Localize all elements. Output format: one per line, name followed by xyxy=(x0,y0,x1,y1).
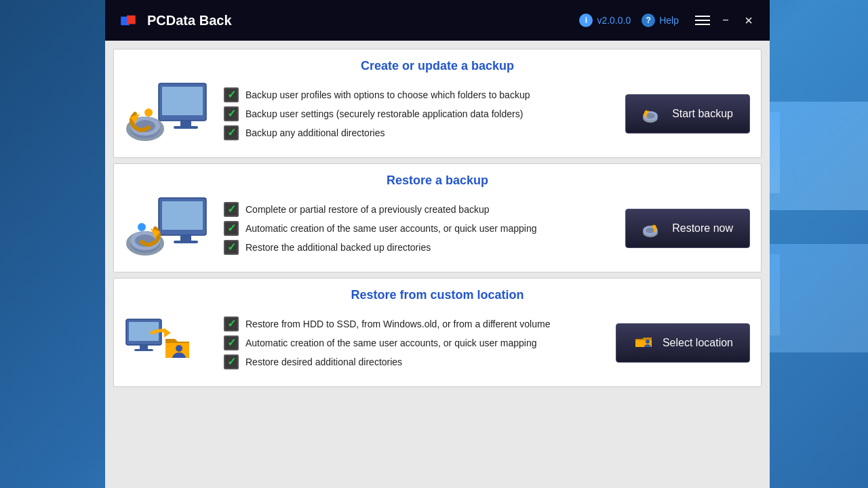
feature-text-7: Restore from HDD to SSD, from Windows.ol… xyxy=(245,319,550,329)
checkbox-1 xyxy=(224,87,239,102)
create-backup-body: Backup user profiles with options to cho… xyxy=(125,80,750,148)
restore-now-button[interactable]: Restore now xyxy=(625,209,750,248)
feature-item: Restore the additional backed up directo… xyxy=(224,240,614,255)
restore-now-btn-icon xyxy=(642,218,664,239)
feature-text-3: Backup any additional directories xyxy=(245,127,384,138)
help-icon: ? xyxy=(642,14,655,27)
restore-custom-title: Restore from custom location xyxy=(125,288,750,302)
start-backup-btn-icon xyxy=(642,103,664,125)
checkbox-4 xyxy=(224,202,239,217)
feature-item: Restore desired additional directories xyxy=(224,354,605,369)
custom-restore-computer-icon xyxy=(125,309,213,377)
app-logo-icon xyxy=(116,8,140,33)
info-icon: i xyxy=(579,14,593,27)
custom-restore-icon xyxy=(125,309,213,377)
svg-rect-2 xyxy=(180,121,191,126)
create-backup-features: Backup user profiles with options to cho… xyxy=(224,87,614,140)
feature-text-8: Automatic creation of the same user acco… xyxy=(245,338,537,348)
restore-custom-body: Restore from HDD to SSD, from Windows.ol… xyxy=(125,309,750,377)
select-location-btn-icon xyxy=(633,332,654,354)
select-location-button[interactable]: Select location xyxy=(616,323,750,363)
restore-backup-title: Restore a backup xyxy=(125,174,750,188)
minimize-button[interactable]: − xyxy=(715,10,736,30)
svg-rect-15 xyxy=(162,201,203,230)
restore-custom-section: Restore from custom location xyxy=(113,278,762,387)
feature-text-9: Restore desired additional directories xyxy=(245,357,402,367)
create-backup-title: Create or update a backup xyxy=(125,59,750,73)
restore-backup-body: Complete or partial restore of a previou… xyxy=(125,195,750,262)
start-backup-label: Start backup xyxy=(672,108,733,120)
version-text: v2.0.0.0 xyxy=(597,15,631,26)
checkbox-8 xyxy=(224,336,239,350)
help-link[interactable]: ? Help xyxy=(642,14,679,27)
backup-computer-icon xyxy=(125,80,213,148)
feature-item: Restore from HDD to SSD, from Windows.ol… xyxy=(224,317,605,331)
create-backup-action: Start backup xyxy=(625,94,750,134)
backup-icon xyxy=(125,80,213,148)
svg-rect-3 xyxy=(174,126,198,129)
svg-rect-30 xyxy=(140,345,148,349)
svg-rect-1 xyxy=(162,87,203,115)
checkbox-7 xyxy=(224,317,239,331)
app-window: PCData Back i v2.0.0.0 ? Help − × xyxy=(105,0,770,488)
select-location-label: Select location xyxy=(663,337,733,349)
feature-item: Backup user profiles with options to cho… xyxy=(224,87,614,102)
feature-text-4: Complete or partial restore of a previou… xyxy=(245,204,490,215)
help-text: Help xyxy=(659,15,679,26)
checkbox-3 xyxy=(224,125,239,140)
title-bar: PCData Back i v2.0.0.0 ? Help − × xyxy=(105,0,770,41)
restore-backup-section: Restore a backup xyxy=(113,163,762,272)
restore-custom-action: Select location xyxy=(616,323,750,363)
restore-backup-features: Complete or partial restore of a previou… xyxy=(224,202,614,255)
svg-marker-32 xyxy=(164,328,171,338)
app-logo: PCData Back xyxy=(116,8,232,33)
restore-backup-action: Restore now xyxy=(625,209,750,248)
svg-rect-31 xyxy=(134,349,153,351)
feature-item: Complete or partial restore of a previou… xyxy=(224,202,614,217)
feature-item: Backup user settings (securely restorabl… xyxy=(224,106,614,121)
restore-computer-icon xyxy=(125,195,213,262)
feature-text-2: Backup user settings (securely restorabl… xyxy=(245,108,523,119)
main-content: Create or update a backup xyxy=(105,41,770,488)
create-backup-section: Create or update a backup xyxy=(113,49,762,158)
restore-icon xyxy=(125,195,213,262)
menu-button[interactable] xyxy=(692,10,713,30)
restore-now-label: Restore now xyxy=(672,222,733,235)
svg-point-34 xyxy=(176,345,182,352)
checkbox-2 xyxy=(224,106,239,121)
feature-text-6: Restore the additional backed up directo… xyxy=(245,242,431,253)
svg-rect-16 xyxy=(180,235,191,241)
title-bar-nav: i v2.0.0.0 ? Help xyxy=(579,14,679,27)
start-backup-button[interactable]: Start backup xyxy=(625,94,750,134)
svg-rect-17 xyxy=(174,241,198,243)
checkbox-9 xyxy=(224,354,239,369)
svg-point-36 xyxy=(646,340,650,344)
feature-item: Backup any additional directories xyxy=(224,125,614,140)
version-link[interactable]: i v2.0.0.0 xyxy=(579,14,631,27)
feature-text-5: Automatic creation of the same user acco… xyxy=(245,223,537,234)
feature-text-1: Backup user profiles with options to cho… xyxy=(245,89,530,100)
close-button[interactable]: × xyxy=(738,10,759,30)
window-controls: − × xyxy=(692,10,759,30)
restore-custom-features: Restore from HDD to SSD, from Windows.ol… xyxy=(224,317,605,369)
svg-point-9 xyxy=(144,108,153,117)
hamburger-icon xyxy=(695,16,710,25)
checkbox-5 xyxy=(224,221,239,236)
app-title: PCData Back xyxy=(147,13,232,28)
feature-item: Automatic creation of the same user acco… xyxy=(224,336,605,350)
feature-item: Automatic creation of the same user acco… xyxy=(224,221,614,236)
svg-point-23 xyxy=(138,223,146,231)
checkbox-6 xyxy=(224,240,239,255)
